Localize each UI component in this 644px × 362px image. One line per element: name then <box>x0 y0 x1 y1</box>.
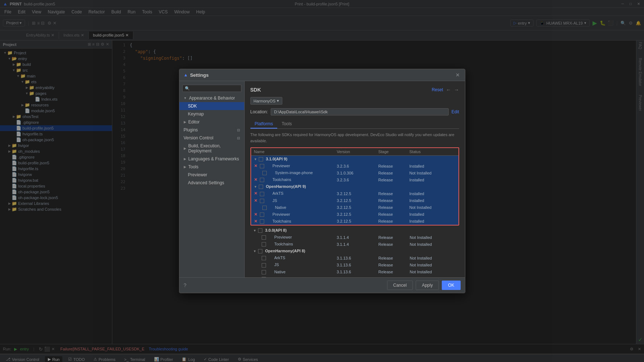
row-status-notinstalled: Not Installed <box>406 169 458 176</box>
row-name: Previewer <box>269 235 292 239</box>
sdk-tab-platforms[interactable]: Platforms <box>250 120 278 129</box>
dialog-nav-tools[interactable]: Tools <box>179 163 244 171</box>
row-name: Toolchains <box>267 219 291 223</box>
expand-arrow[interactable]: ▼ <box>254 185 257 189</box>
row-name: System-image-phone <box>269 171 313 175</box>
group-checkbox[interactable] <box>258 249 262 253</box>
row-status: Installed <box>406 190 458 197</box>
dialog-title-icon: ▲ <box>184 72 188 77</box>
row-checkbox[interactable] <box>262 235 266 240</box>
row-stage: Release <box>375 163 407 169</box>
row-checkbox[interactable] <box>260 199 264 203</box>
row-status-installed: Installed <box>406 163 458 169</box>
row-name: ArkTS <box>267 191 284 195</box>
row-name: Native <box>269 270 286 274</box>
sdk-location-row: Location: Edit <box>250 108 459 115</box>
table-row-previewer-api9: ✕ Previewer 3.2.3.6 Release Installed <box>251 163 458 169</box>
row-checkbox[interactable] <box>262 171 267 175</box>
harmonyos-dropdown[interactable]: HarmonyOS ▾ <box>250 97 283 105</box>
group-row-api8[interactable]: ▼ 3.0.0(API 8) <box>250 227 459 234</box>
row-version: 3.2.12.5 <box>334 211 375 218</box>
group-row-api9[interactable]: ▼ 3.1.0(API 9) <box>251 156 458 163</box>
group-name-openharmony8: OpenHarmony(API 8) <box>265 249 306 253</box>
row-name: JS <box>267 198 277 203</box>
sdk-edit-link[interactable]: Edit <box>452 109 459 114</box>
group-checkbox[interactable] <box>259 185 263 189</box>
sdk-tab-tools[interactable]: Tools <box>277 120 296 129</box>
row-stage: Release <box>375 275 407 277</box>
sdk-nav-fwd[interactable]: → <box>454 87 459 93</box>
row-checkbox[interactable] <box>262 270 266 274</box>
row-checkbox[interactable] <box>262 256 266 260</box>
group-checkbox[interactable] <box>258 228 262 233</box>
row-status: Not Installed <box>407 269 459 275</box>
dialog-nav-vcs[interactable]: Version Control ⊟ <box>179 134 244 142</box>
sdk-description: The following are SDKs required for Harm… <box>250 132 459 144</box>
ok-button[interactable]: OK <box>442 281 460 290</box>
dialog-nav-appearance[interactable]: Appearance & Behavior <box>179 94 244 102</box>
table-row-js-8: JS 3.1.13.6 Release Not Installed <box>250 261 459 268</box>
x-mark[interactable]: ✕ <box>254 212 257 216</box>
cancel-button[interactable]: Cancel <box>387 281 413 290</box>
group-name-api8: 3.0.0(API 8) <box>265 228 287 232</box>
table-row-previewer-8: Previewer 3.1.13.6 Release Not Installed <box>250 275 459 277</box>
dialog-nav-languages[interactable]: Languages & Frameworks <box>179 155 244 163</box>
row-checkbox[interactable] <box>262 277 266 277</box>
dialog-search-input[interactable] <box>182 85 241 92</box>
row-status: Not Installed <box>407 275 459 277</box>
dialog-body: Appearance & Behavior SDK Keymap Editor … <box>179 81 465 277</box>
sdk-nav-back[interactable]: ← <box>446 87 451 93</box>
dialog-nav-build[interactable]: Build, Execution, Deployment <box>179 142 244 155</box>
row-stage: Release <box>375 211 407 218</box>
expand-arrow[interactable]: ▼ <box>254 157 257 161</box>
table-row-js-9: ✕ JS 3.2.12.5 Release Installed <box>251 197 458 204</box>
x-mark[interactable]: ✕ <box>254 164 257 168</box>
group-row-openharmony9[interactable]: ▼ OpenHarmony(API 9) <box>251 183 458 190</box>
editor-nav-label: Editor <box>188 119 200 125</box>
x-mark[interactable]: ✕ <box>254 191 257 195</box>
dialog-close-button[interactable]: ✕ <box>455 72 461 78</box>
x-mark[interactable]: ✕ <box>254 219 257 223</box>
row-checkbox[interactable] <box>262 206 267 210</box>
row-version: 3.2.12.5 <box>334 218 375 225</box>
row-stage: Release <box>375 241 407 248</box>
group-row-openharmony8[interactable]: ▼ OpenHarmony(API 8) <box>250 248 459 254</box>
row-checkbox[interactable] <box>262 263 266 268</box>
row-name: ArkTS <box>269 256 286 260</box>
row-checkbox[interactable] <box>260 219 264 224</box>
row-name: Native <box>269 205 286 210</box>
harmonyos-label: HarmonyOS <box>254 99 276 103</box>
row-stage: Release <box>375 197 407 204</box>
table-row-arkts-8: ArkTS 3.1.13.6 Release Not Installed <box>250 254 459 261</box>
expand-arrow[interactable]: ▼ <box>253 229 257 232</box>
row-stage: Release <box>375 190 407 197</box>
row-stage: Release <box>375 204 407 211</box>
dialog-nav-plugins[interactable]: Plugins ⊟ <box>179 126 244 134</box>
sdk-path-input[interactable] <box>271 108 449 115</box>
group-checkbox[interactable] <box>259 157 263 161</box>
dialog-nav-previewer[interactable]: Previewer <box>179 171 244 179</box>
row-checkbox[interactable] <box>260 178 264 182</box>
dialog-footer: ? Cancel Apply OK <box>179 277 465 293</box>
x-mark[interactable]: ✕ <box>254 177 257 182</box>
sdk-tabs: Platforms Tools <box>250 120 459 129</box>
help-button[interactable]: ? <box>184 282 187 288</box>
dialog-nav-sdk[interactable]: SDK <box>179 102 244 110</box>
sdk-header: SDK Reset ← → <box>250 87 459 93</box>
sdk-title: SDK <box>250 87 261 93</box>
dialog-nav-editor[interactable]: Editor <box>179 118 244 126</box>
dialog-nav-keymap[interactable]: Keymap <box>179 110 244 118</box>
harmonyos-arrow: ▾ <box>277 98 279 103</box>
dialog-nav-advanced[interactable]: Advanced Settings <box>179 179 244 187</box>
row-checkbox[interactable] <box>262 242 266 247</box>
sdk-table-lower: ▼ 3.0.0(API 8) Previewer <box>250 227 459 277</box>
apply-button[interactable]: Apply <box>416 281 439 290</box>
row-stage: Release <box>375 269 407 275</box>
group-name-openharmony9: OpenHarmony(API 9) <box>266 184 306 189</box>
x-mark[interactable]: ✕ <box>254 198 257 203</box>
row-checkbox[interactable] <box>260 212 264 217</box>
row-checkbox[interactable] <box>260 192 264 196</box>
row-checkbox[interactable] <box>260 164 264 168</box>
expand-arrow[interactable]: ▼ <box>253 249 257 253</box>
sdk-reset-link[interactable]: Reset <box>432 87 443 92</box>
